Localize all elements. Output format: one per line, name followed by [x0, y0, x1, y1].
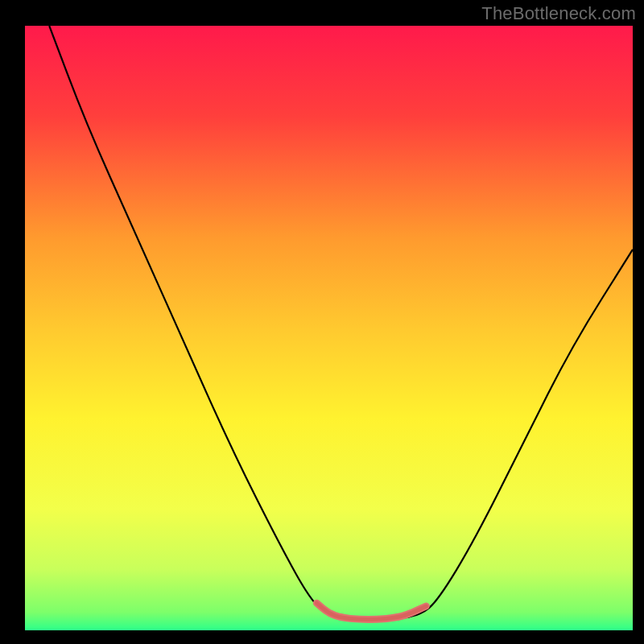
- gradient-background: [25, 26, 633, 630]
- bottleneck-chart: [25, 26, 633, 630]
- watermark-text: TheBottleneck.com: [481, 3, 636, 24]
- chart-stage: TheBottleneck.com: [0, 0, 644, 644]
- plot-frame: [25, 26, 633, 630]
